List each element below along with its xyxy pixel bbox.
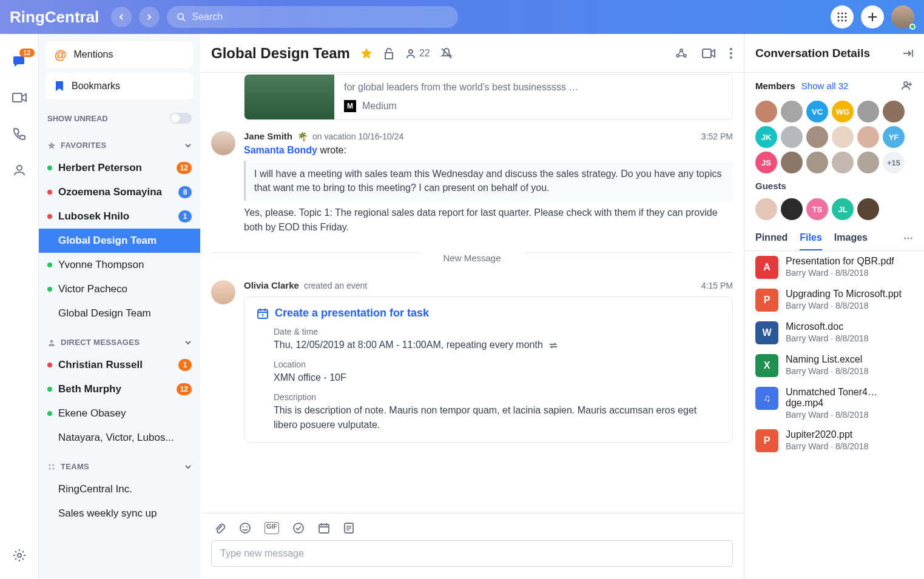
member-avatar[interactable] [857, 198, 879, 220]
gif-icon[interactable]: GIF [265, 522, 279, 534]
member-avatar[interactable]: WG [832, 101, 854, 122]
member-avatar[interactable] [755, 101, 777, 122]
emoji-icon[interactable] [239, 522, 251, 534]
new-message-divider: New Message [211, 235, 733, 269]
member-avatar[interactable] [781, 101, 803, 122]
file-item[interactable]: WMicrosoft.docBarry Ward · 8/8/2018 [755, 321, 913, 344]
mute-icon[interactable] [440, 47, 453, 60]
sidebar-item[interactable]: Lubosek Hnilo1 [39, 204, 200, 229]
member-avatar[interactable] [832, 126, 854, 148]
sidebar-item[interactable]: Ekene Obasey [39, 401, 200, 426]
unread-badge: 12 [177, 162, 192, 174]
conversation-header: Global Design Team 22 [200, 34, 744, 73]
chevron-down-icon[interactable] [184, 339, 192, 346]
file-item[interactable]: PJupiter2020.pptBarry Ward · 8/8/2018 [755, 429, 913, 452]
members-icon[interactable] [405, 47, 417, 59]
sidebar-item[interactable]: Yvonne Thompson [39, 253, 200, 277]
huddle-icon[interactable] [675, 47, 688, 60]
svg-point-34 [904, 82, 908, 85]
rail-settings[interactable] [10, 546, 29, 564]
plus-icon [867, 12, 878, 22]
svg-point-9 [845, 19, 846, 21]
member-avatar[interactable]: YF [883, 126, 905, 148]
file-item[interactable]: XNaming List.excelBarry Ward · 8/8/2018 [755, 354, 913, 377]
collapse-panel-button[interactable] [902, 49, 913, 58]
tab-pinned[interactable]: Pinned [755, 232, 787, 250]
search-icon [177, 12, 186, 22]
sidebar-item[interactable]: Sales weekly sync up [39, 501, 200, 526]
file-item[interactable]: APresentation for QBR.pdfBarry Ward · 8/… [755, 256, 913, 279]
member-avatar[interactable] [857, 126, 879, 148]
chevron-down-icon[interactable] [184, 142, 192, 149]
svg-rect-32 [319, 524, 329, 533]
search-box[interactable] [167, 6, 458, 28]
sidebar-item[interactable]: Beth Murphy12 [39, 377, 200, 401]
presence-dot [47, 214, 52, 219]
dialpad-button[interactable] [831, 5, 854, 28]
rail-contacts[interactable] [10, 161, 29, 179]
message: Olivia Clarke created an event 4:15 PM 7… [211, 269, 733, 443]
member-avatar[interactable]: JS [755, 152, 777, 173]
nav-forward-button[interactable] [139, 7, 160, 27]
tab-images[interactable]: Images [834, 232, 868, 250]
search-input[interactable] [192, 12, 448, 22]
member-avatar[interactable] [857, 101, 879, 122]
svg-point-29 [243, 526, 244, 527]
member-avatar[interactable] [857, 152, 879, 173]
show-unread-toggle[interactable] [170, 113, 192, 124]
sidebar-item[interactable]: Global Design Team [39, 229, 200, 253]
sidebar-mentions[interactable]: @ Mentions [46, 41, 193, 68]
sidebar-item[interactable]: RingCentral Inc. [39, 477, 200, 501]
member-avatar[interactable] [755, 198, 777, 220]
rail-phone[interactable] [10, 125, 29, 143]
member-avatar[interactable] [883, 101, 905, 122]
member-avatar[interactable]: JK [755, 126, 777, 148]
sidebar-item[interactable]: Herbert Peterson12 [39, 156, 200, 180]
member-avatar[interactable] [781, 126, 803, 148]
lock-open-icon[interactable] [383, 47, 395, 60]
sidebar-bookmarks[interactable]: Bookmarks [46, 73, 193, 99]
show-all-link[interactable]: Show all 32 [801, 81, 849, 91]
file-item[interactable]: PUpgrading To Microsoft.pptBarry Ward · … [755, 289, 913, 312]
member-avatar[interactable] [781, 152, 803, 173]
star-icon[interactable] [360, 47, 373, 60]
member-avatar[interactable] [781, 198, 803, 220]
profile-avatar[interactable] [891, 5, 914, 28]
sidebar-item-label: Christian Russell [58, 359, 172, 371]
member-avatar[interactable] [832, 152, 854, 173]
calendar-icon[interactable] [318, 522, 330, 534]
member-avatar[interactable]: VC [806, 101, 828, 122]
sidebar-item[interactable]: Victor Pacheco [39, 277, 200, 301]
rail-chat[interactable]: 12 [10, 52, 29, 70]
sidebar-item-label: Global Design Team [58, 307, 192, 320]
member-avatar[interactable] [806, 126, 828, 148]
attach-icon[interactable] [214, 522, 226, 534]
chevron-down-icon[interactable] [184, 463, 192, 470]
tab-files[interactable]: Files [800, 232, 821, 250]
presence-dot [47, 411, 52, 416]
event-card[interactable]: 7 Create a presentation for task Date & … [244, 296, 733, 443]
member-avatar[interactable]: JL [832, 198, 854, 220]
sidebar-item[interactable]: Global Design Team [39, 301, 200, 326]
sidebar-item[interactable]: Christian Russell1 [39, 353, 200, 377]
sidebar-item[interactable]: Natayara, Victor, Lubos... [39, 426, 200, 450]
member-avatar[interactable] [806, 152, 828, 173]
file-item[interactable]: ♫Unmatched Toner4…dge.mp4Barry Ward · 8/… [755, 387, 913, 420]
nav-back-button[interactable] [111, 7, 132, 27]
member-avatar[interactable]: TS [806, 198, 828, 220]
video-call-icon[interactable] [701, 47, 716, 59]
task-icon[interactable] [292, 522, 305, 534]
rail-video[interactable] [10, 89, 29, 107]
link-preview-card[interactable]: for global leaders from the world's best… [244, 74, 733, 120]
sidebar-item[interactable]: Ozoemena Somayina8 [39, 180, 200, 204]
tabs-more-button[interactable]: ⋯ [903, 232, 913, 250]
new-action-button[interactable] [861, 5, 884, 28]
add-member-button[interactable] [901, 80, 913, 91]
message-input[interactable] [211, 540, 733, 567]
more-icon[interactable] [729, 47, 733, 59]
note-icon[interactable] [343, 522, 354, 534]
svg-point-5 [841, 16, 843, 18]
sidebar-item-label: Herbert Peterson [58, 162, 170, 174]
more-members[interactable]: +15 [883, 152, 905, 173]
person-icon [47, 338, 56, 347]
